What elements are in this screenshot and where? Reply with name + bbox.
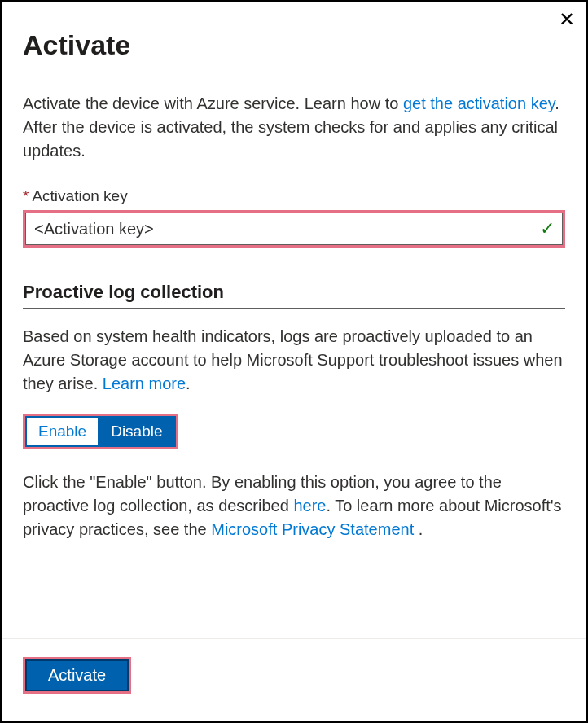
activation-key-input-highlight: ✓	[23, 210, 565, 248]
panel-content: Activate Activate the device with Azure …	[2, 2, 586, 638]
privacy-statement-link[interactable]: Microsoft Privacy Statement	[211, 520, 419, 538]
proactive-log-description: Based on system health indicators, logs …	[23, 325, 565, 396]
log-toggle-highlight: Enable Disable	[23, 414, 178, 449]
disable-button[interactable]: Disable	[98, 416, 175, 447]
close-icon[interactable]: ✕	[559, 10, 575, 29]
activate-button[interactable]: Activate	[25, 659, 129, 691]
agreement-text3: .	[419, 520, 423, 538]
description-text: Activate the device with Azure service. …	[23, 92, 565, 163]
enable-button[interactable]: Enable	[25, 416, 98, 447]
activate-panel: ✕ Activate Activate the device with Azur…	[0, 0, 588, 723]
activation-key-input[interactable]	[25, 213, 563, 245]
learn-more-link[interactable]: Learn more	[103, 375, 186, 392]
panel-footer: Activate	[2, 638, 586, 721]
required-asterisk: *	[23, 187, 29, 204]
here-link[interactable]: here	[293, 497, 326, 515]
get-activation-key-link[interactable]: get the activation key	[403, 94, 555, 112]
desc-intro-before: Activate the device with Azure service. …	[23, 94, 403, 112]
activation-key-label-text: Activation key	[32, 187, 127, 204]
proactive-log-heading: Proactive log collection	[23, 282, 565, 309]
section-desc-after: .	[186, 375, 191, 392]
checkmark-icon: ✓	[540, 218, 555, 239]
activate-button-highlight: Activate	[23, 657, 131, 694]
agreement-text: Click the "Enable" button. By enabling t…	[23, 471, 565, 541]
page-title: Activate	[23, 29, 565, 61]
activation-key-label: *Activation key	[23, 187, 565, 205]
